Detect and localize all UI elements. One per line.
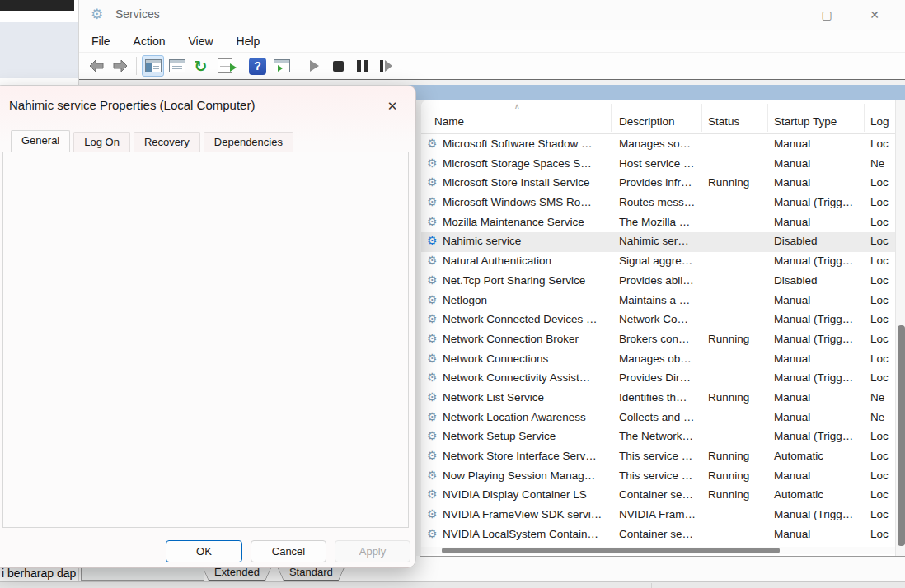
column-header-logon[interactable]: Log bbox=[870, 115, 889, 128]
service-name-cell[interactable]: Nahimic service bbox=[443, 235, 521, 247]
tab-general[interactable]: General bbox=[11, 130, 70, 152]
table-row[interactable]: ⚙Microsoft Software Shadow …Manages so…M… bbox=[421, 135, 895, 155]
table-row[interactable]: ⚙NVIDIA FrameView SDK servi…NVIDIA Fram…… bbox=[421, 506, 895, 525]
table-row[interactable]: ⚙Nahimic serviceNahimic ser…DisabledLoc bbox=[421, 232, 895, 252]
toolbar-separator bbox=[298, 57, 298, 75]
service-name-cell[interactable]: Now Playing Session Manag… bbox=[443, 469, 595, 482]
menu-file[interactable]: File bbox=[91, 35, 110, 48]
table-row[interactable]: ⚙NVIDIA LocalSystem Contain…Container se… bbox=[421, 525, 895, 545]
apply-button[interactable]: Apply bbox=[335, 540, 410, 562]
panel-bottom-border bbox=[420, 556, 905, 557]
table-row[interactable]: ⚙Network Connectivity Assist…Provides Di… bbox=[421, 369, 895, 389]
minimize-button[interactable]: — bbox=[755, 0, 803, 30]
logon-cell: Ne bbox=[870, 391, 884, 404]
toolbar-separator bbox=[136, 57, 137, 75]
vertical-scrollbar-thumb[interactable] bbox=[898, 325, 905, 546]
description-cell: Manages so… bbox=[619, 138, 691, 150]
start-service-icon[interactable] bbox=[303, 55, 326, 77]
service-name-cell[interactable]: Microsoft Store Install Service bbox=[443, 176, 590, 189]
stop-service-icon[interactable] bbox=[327, 55, 349, 77]
table-row[interactable]: ⚙Network ConnectionsManages ob…ManualLoc bbox=[421, 350, 895, 370]
service-name-cell[interactable]: Network Location Awareness bbox=[443, 411, 586, 423]
horizontal-scrollbar[interactable] bbox=[421, 547, 895, 554]
dialog-tabs: General Log On Recovery Dependencies bbox=[11, 130, 297, 152]
refresh-icon[interactable]: ↻ bbox=[190, 55, 212, 77]
service-name-cell[interactable]: NVIDIA FrameView SDK servi… bbox=[443, 508, 602, 520]
vertical-scrollbar[interactable] bbox=[895, 100, 905, 556]
column-divider[interactable] bbox=[701, 104, 702, 132]
close-button[interactable]: ✕ bbox=[851, 0, 898, 30]
back-icon[interactable] bbox=[85, 55, 107, 77]
table-row[interactable]: ⚙Net.Tcp Port Sharing ServiceProvides ab… bbox=[421, 272, 895, 292]
table-row[interactable]: ⚙NetlogonMaintains a …ManualLoc bbox=[421, 292, 895, 311]
services-gear-icon: ⚙ bbox=[91, 6, 103, 23]
service-name-cell[interactable]: Network Connections bbox=[443, 352, 548, 365]
status-cell: Running bbox=[708, 469, 749, 482]
titlebar[interactable]: ⚙ Services — ▢ ✕ bbox=[79, 0, 905, 30]
service-name-cell[interactable]: Mozilla Maintenance Service bbox=[443, 216, 584, 228]
tab-dependencies[interactable]: Dependencies bbox=[204, 132, 293, 152]
dialog-title: Nahimic service Properties (Local Comput… bbox=[9, 98, 255, 112]
table-row[interactable]: ⚙Network Connected Devices …Network Co…M… bbox=[421, 310, 895, 330]
help-icon[interactable]: ? bbox=[246, 55, 269, 77]
restart-service-icon[interactable] bbox=[375, 55, 397, 77]
service-name-cell[interactable]: Natural Authentication bbox=[443, 254, 551, 267]
table-row[interactable]: ⚙NVIDIA Display Container LSContainer se… bbox=[421, 486, 895, 506]
menu-action[interactable]: Action bbox=[134, 35, 166, 48]
table-row[interactable]: ⚙Network Location AwarenessCollects and … bbox=[421, 408, 895, 428]
ok-button[interactable]: OK bbox=[166, 540, 242, 562]
dialog-close-icon[interactable]: ✕ bbox=[381, 96, 404, 117]
table-row[interactable]: ⚙Mozilla Maintenance ServiceThe Mozilla … bbox=[421, 213, 895, 233]
service-name-cell[interactable]: NVIDIA LocalSystem Contain… bbox=[443, 528, 598, 540]
column-header-status[interactable]: Status bbox=[708, 115, 739, 128]
table-row[interactable]: ⚙Network Setup ServiceThe Network…Manual… bbox=[421, 427, 895, 447]
pause-service-icon[interactable] bbox=[351, 55, 373, 77]
properties-icon[interactable] bbox=[166, 55, 188, 77]
service-name-cell[interactable]: Network Setup Service bbox=[443, 430, 556, 442]
show-action-pane-icon[interactable] bbox=[270, 55, 293, 77]
gear-icon: ⚙ bbox=[427, 137, 438, 150]
status-cell: Running bbox=[708, 391, 749, 404]
table-row[interactable]: ⚙Microsoft Windows SMS Ro…Routes mess…Ma… bbox=[421, 194, 895, 213]
service-name-cell[interactable]: Microsoft Software Shadow … bbox=[443, 138, 593, 150]
service-name-cell[interactable]: Network Store Interface Serv… bbox=[443, 450, 597, 462]
startup-type-cell: Manual bbox=[774, 391, 810, 404]
column-header-name[interactable]: Name bbox=[434, 115, 464, 128]
menu-help[interactable]: Help bbox=[237, 35, 260, 48]
column-divider[interactable] bbox=[864, 104, 865, 132]
table-row[interactable]: ⚙Now Playing Session Manag…This service … bbox=[421, 467, 895, 487]
service-name-cell[interactable]: Network Connected Devices … bbox=[443, 313, 598, 325]
table-row[interactable]: ⚙Network Store Interface Serv…This servi… bbox=[421, 447, 895, 467]
services-list-panel: ∧ Name Description Status Startup Type L… bbox=[421, 100, 895, 556]
menu-view[interactable]: View bbox=[188, 35, 213, 48]
service-name-cell[interactable]: Microsoft Windows SMS Ro… bbox=[443, 196, 592, 208]
show-console-tree-icon[interactable] bbox=[142, 55, 164, 77]
service-name-cell[interactable]: NVIDIA Display Container LS bbox=[443, 488, 587, 501]
column-header-startup-type[interactable]: Startup Type bbox=[774, 115, 837, 128]
service-name-cell[interactable]: Network Connection Broker bbox=[443, 333, 579, 345]
export-list-icon[interactable] bbox=[213, 55, 236, 77]
column-header-description[interactable]: Description bbox=[619, 115, 675, 128]
maximize-button[interactable]: ▢ bbox=[803, 0, 851, 30]
cancel-button[interactable]: Cancel bbox=[251, 540, 326, 562]
service-name-cell[interactable]: Microsoft Storage Spaces S… bbox=[443, 157, 592, 170]
table-row[interactable]: ⚙Microsoft Storage Spaces S…Host service… bbox=[421, 155, 895, 175]
horizontal-scrollbar-thumb[interactable] bbox=[442, 548, 780, 553]
service-name-cell[interactable]: Network List Service bbox=[443, 391, 544, 404]
table-row[interactable]: ⚙Network List ServiceIdentifies th…Runni… bbox=[421, 389, 895, 408]
service-name-cell[interactable]: Net.Tcp Port Sharing Service bbox=[443, 274, 585, 287]
table-row[interactable]: ⚙Microsoft Store Install ServiceProvides… bbox=[421, 174, 895, 194]
gear-icon: ⚙ bbox=[427, 429, 438, 442]
column-divider[interactable] bbox=[767, 104, 768, 132]
tab-recovery[interactable]: Recovery bbox=[134, 132, 200, 152]
service-name-cell[interactable]: Network Connectivity Assist… bbox=[443, 371, 590, 384]
logon-cell: Loc bbox=[870, 235, 889, 247]
gear-icon: ⚙ bbox=[427, 215, 438, 228]
table-row[interactable]: ⚙Network Connection BrokerBrokers con…Ru… bbox=[421, 330, 895, 350]
tab-logon[interactable]: Log On bbox=[73, 132, 130, 152]
column-divider[interactable] bbox=[611, 104, 612, 132]
menu-bar: File Action View Help bbox=[79, 30, 905, 52]
table-row[interactable]: ⚙Natural AuthenticationSignal aggre…Manu… bbox=[421, 252, 895, 272]
service-name-cell[interactable]: Netlogon bbox=[443, 294, 487, 306]
forward-icon[interactable] bbox=[109, 55, 131, 77]
